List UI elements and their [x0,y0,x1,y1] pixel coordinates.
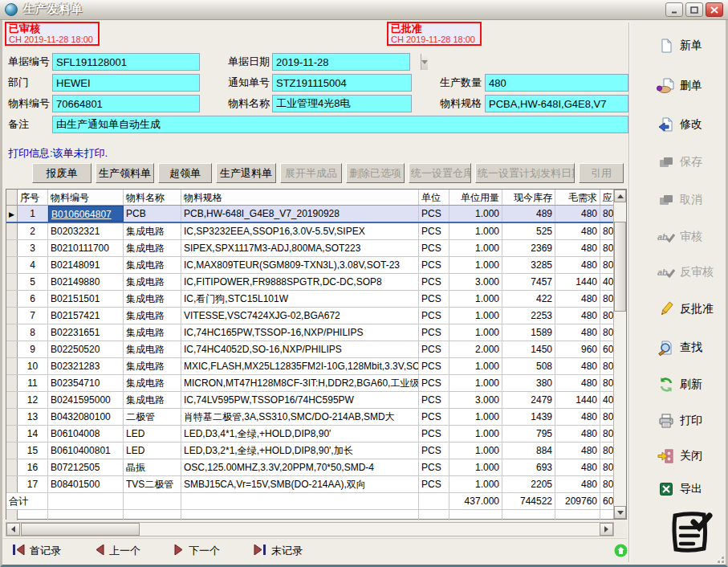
table-cell[interactable]: 1.000 [449,426,502,442]
table-cell[interactable]: 960 [555,341,600,357]
tab-production-return[interactable]: 生产退料单 [216,163,276,183]
table-cell[interactable]: 集成电路 [124,375,181,391]
table-cell[interactable]: PCS [419,443,449,459]
table-cell[interactable]: PCS [419,291,449,307]
table-cell[interactable]: OSC,125.00MHZ,3.3V,20PPM,70*50,SMD-4 [181,459,419,475]
table-cell[interactable]: LED,D3,4*1,全绿,+HOLD,DIP8,90' [181,426,419,442]
table-cell[interactable]: 2253 [502,308,555,324]
table-cell[interactable]: 480 [555,324,600,341]
table-cell[interactable]: 集成电路 [124,341,181,357]
column-header[interactable]: 单位 [419,190,449,205]
column-header[interactable]: 物料编号 [48,190,124,205]
next-record-button[interactable]: 下一个 [174,544,220,558]
material-spec-field[interactable] [485,95,628,112]
table-cell[interactable]: 5 [18,274,48,290]
delete-order-button[interactable]: 删单 [657,74,727,98]
find-button[interactable]: 查找 [657,336,727,360]
table-cell[interactable]: B02149880 [48,274,124,290]
column-header[interactable]: 物料名称 [124,190,181,205]
scroll-down-icon[interactable] [614,506,626,519]
table-cell[interactable]: 15 [18,443,48,459]
table-row[interactable]: 14B06104008LEDLED,D3,4*1,全绿,+HOLD,DIP8,9… [6,426,615,443]
table-row[interactable]: 6B02151501集成电路IC,看门狗,STC15L101WPCS1.0004… [6,291,615,308]
table-cell[interactable]: 508 [502,358,555,374]
table-cell[interactable]: 2479 [502,392,555,408]
minimize-button[interactable] [665,2,683,17]
table-row[interactable]: 9B02250520集成电路IC,74HC4052D,SO-16,NXP/PHI… [6,341,615,358]
cancel-button[interactable]: 取消 [657,188,727,212]
table-cell[interactable]: B06104008 [48,426,124,442]
close-button[interactable] [706,2,723,17]
table-cell[interactable]: 480 [555,459,600,475]
table-cell[interactable]: PCS [419,459,449,475]
table-cell[interactable]: LED [124,426,181,442]
export-button[interactable]: 导出 [657,477,727,501]
table-cell[interactable]: 480 [555,358,600,374]
table-cell[interactable]: 795 [502,426,555,442]
doc-date-dropdown-icon[interactable] [421,54,428,70]
table-cell[interactable]: 1.000 [449,240,502,256]
department-field[interactable] [52,74,200,92]
table-cell[interactable]: 集成电路 [124,291,181,307]
table-row[interactable]: 17B08401500TVS二极管SMBJ15CA,Vr=15V,SMB(DO-… [6,476,615,493]
tab-reference[interactable]: 引用 [579,163,624,183]
table-cell[interactable]: B0610400801 [48,443,124,459]
table-cell[interactable]: 8 [18,324,48,341]
table-cell[interactable]: 480 [555,476,600,492]
table-cell[interactable]: PCS [419,426,449,442]
scroll-left-icon[interactable] [6,523,20,536]
table-cell[interactable]: 1.000 [449,257,502,273]
table-row[interactable]: 5B02149880集成电路IC,FITIPOWER,FR9888SPGTR,D… [6,274,615,291]
print-button[interactable]: 打印 [657,409,727,433]
table-cell[interactable]: B0241595000 [48,392,124,408]
table-cell[interactable]: 6 [18,291,48,307]
table-cell[interactable]: 884 [502,443,555,459]
material-name-field[interactable] [272,95,412,112]
table-cell[interactable]: PCS [419,206,449,222]
table-cell[interactable]: 3 [18,240,48,256]
column-header[interactable]: 毛需求 [555,190,600,205]
table-row[interactable]: 4B02148091集成电路IC,MAX809TEUR(SGM809-TXN3L… [6,257,615,274]
save-button[interactable]: 保存 [657,150,727,174]
table-cell[interactable]: 13 [18,409,48,425]
table-cell[interactable]: 16 [18,459,48,475]
doc-date-combo[interactable] [272,53,410,71]
table-cell[interactable]: PCS [419,375,449,391]
table-cell[interactable]: 480 [555,206,600,222]
table-cell[interactable]: PCS [419,257,449,273]
table-cell[interactable]: 525 [502,223,555,239]
prod-qty-field[interactable] [485,74,628,92]
table-cell[interactable]: PCB,HW-648I_G4E8_V7_20190928 [181,206,419,222]
table-cell[interactable]: 11 [18,375,48,391]
table-cell[interactable]: 1.000 [449,459,502,475]
table-cell[interactable]: 1450 [502,341,555,357]
table-row[interactable]: 7B02157421集成电路VITESSE,VSC7424XJG-02,BGA6… [6,308,615,324]
table-row[interactable]: 10B02321283集成电路MXIC,FLASH,MX25L12835FM2I… [6,358,615,375]
tab-set-warehouse[interactable]: 统一设置仓库 [409,163,471,183]
table-cell[interactable]: 1589 [502,324,555,341]
table-cell[interactable]: 1.000 [449,476,502,492]
table-cell[interactable]: 1.000 [449,223,502,239]
table-row[interactable]: 3B0210111700集成电路SIPEX,SPX1117M3-ADJ,800M… [6,240,615,257]
table-cell[interactable]: 489 [502,206,555,222]
table-cell[interactable]: 1.000 [449,206,502,222]
table-cell[interactable]: PCS [419,308,449,324]
table-cell[interactable]: SIPEX,SPX1117M3-ADJ,800MA,SOT223 [181,240,419,256]
table-cell[interactable]: 380 [502,375,555,391]
tab-scrap-order[interactable]: 报废单 [32,163,92,183]
table-row[interactable]: ▶1B0106064807PCBPCB,HW-648I_G4E8_V7_2019… [6,206,615,223]
material-no-field[interactable] [52,95,200,112]
table-cell[interactable]: 4 [18,257,48,273]
table-cell[interactable]: B02151501 [48,291,124,307]
table-cell[interactable]: IC,FITIPOWER,FR9888SPGTR,DC-DC,SOP8 [181,274,419,290]
scroll-right-icon[interactable] [600,523,613,536]
maximize-button[interactable] [685,2,703,17]
table-cell[interactable]: 480 [555,257,600,273]
doc-no-field[interactable] [52,53,200,71]
table-cell[interactable]: 17 [18,476,48,492]
table-cell[interactable]: B02231651 [48,324,124,341]
table-row[interactable]: 2B02032321集成电路IC,SP3232EEA,SSOP16,3.0V-5… [6,223,615,240]
table-cell[interactable]: 集成电路 [124,240,181,256]
table-row[interactable]: 12B0241595000集成电路IC,74LV595PW,TSSOP16/74… [6,392,615,409]
scroll-up-icon[interactable] [614,190,626,202]
